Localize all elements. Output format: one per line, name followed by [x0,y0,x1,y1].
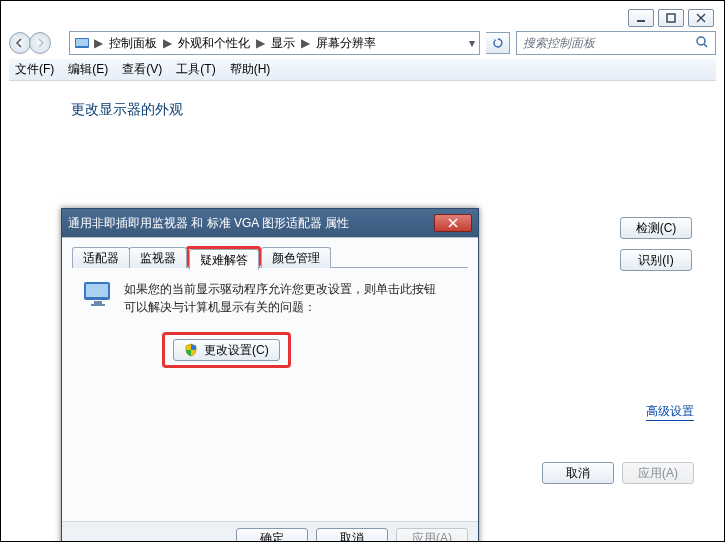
dialog-title: 通用非即插即用监视器 和 标准 VGA 图形适配器 属性 [68,215,434,232]
page-title: 更改显示器的外观 [71,101,183,119]
search-input[interactable]: 搜索控制面板 [516,31,716,55]
menu-help[interactable]: 帮助(H) [230,61,271,78]
search-placeholder: 搜索控制面板 [523,35,689,52]
dialog-ok-button[interactable]: 确定 [236,528,308,543]
display-actions: 检测(C) 识别(I) [618,217,694,271]
uac-shield-icon [184,343,198,357]
crumb-appearance[interactable]: 外观和个性化 [176,35,252,52]
crumb-resolution[interactable]: 屏幕分辨率 [314,35,378,52]
troubleshoot-text: 如果您的当前显示驱动程序允许您更改设置，则单击此按钮 可以解决与计算机显示有关的… [124,280,436,316]
crumb-control-panel[interactable]: 控制面板 [107,35,159,52]
tab-monitor[interactable]: 监视器 [129,247,187,268]
svg-rect-11 [86,284,108,297]
page-apply-button: 应用(A) [622,462,694,484]
chevron-right-icon: ▶ [256,36,265,50]
chevron-right-icon: ▶ [94,36,103,50]
highlight-troubleshoot-tab: 疑难解答 [186,246,261,267]
page-cancel-button[interactable]: 取消 [542,462,614,484]
troubleshoot-line2: 可以解决与计算机显示有关的问题： [124,300,316,314]
window: ▶ 控制面板 ▶ 外观和个性化 ▶ 显示 ▶ 屏幕分辨率 ▾ 搜索控制面板 文件… [0,0,725,542]
tab-troubleshoot[interactable]: 疑难解答 [189,249,259,270]
properties-dialog: 通用非即插即用监视器 和 标准 VGA 图形适配器 属性 适配器 监视器 疑难解… [61,208,479,542]
address-row: ▶ 控制面板 ▶ 外观和个性化 ▶ 显示 ▶ 屏幕分辨率 ▾ 搜索控制面板 [9,29,716,57]
content-area: 更改显示器的外观 检测(C) 识别(I) 高级设置 取消 应用(A) 通用非即插… [1,83,724,541]
nav-buttons [9,30,63,56]
search-icon [695,35,709,52]
forward-button[interactable] [29,32,51,54]
maximize-button[interactable] [658,9,684,27]
svg-line-7 [704,44,707,47]
identify-button[interactable]: 识别(I) [620,249,692,271]
advanced-settings-link[interactable]: 高级设置 [646,403,694,421]
chevron-right-icon: ▶ [163,36,172,50]
svg-rect-1 [667,14,675,22]
dialog-body: 适配器 监视器 疑难解答 颜色管理 如果您的当前显示驱动程序允许您更改设置，则单… [62,237,478,521]
dialog-apply-button: 应用(A) [396,528,468,543]
monitor-icon [82,280,114,308]
back-button[interactable] [9,32,31,54]
dialog-cancel-button[interactable]: 取消 [316,528,388,543]
dialog-titlebar[interactable]: 通用非即插即用监视器 和 标准 VGA 图形适配器 属性 [62,209,478,237]
menu-tools[interactable]: 工具(T) [176,61,215,78]
svg-rect-12 [94,301,102,304]
troubleshoot-line1: 如果您的当前显示驱动程序允许您更改设置，则单击此按钮 [124,282,436,296]
menu-file[interactable]: 文件(F) [15,61,54,78]
menu-view[interactable]: 查看(V) [122,61,162,78]
svg-rect-13 [91,304,105,306]
page-footer-buttons: 取消 应用(A) [542,462,694,484]
tab-adapter[interactable]: 适配器 [72,247,130,268]
svg-rect-5 [76,39,88,46]
refresh-button[interactable] [486,32,510,54]
menubar: 文件(F) 编辑(E) 查看(V) 工具(T) 帮助(H) [9,59,716,81]
change-settings-button[interactable]: 更改设置(C) [173,339,280,361]
tab-color-management[interactable]: 颜色管理 [261,247,331,268]
svg-point-6 [697,37,705,45]
window-title-buttons [628,9,714,27]
dialog-close-button[interactable] [434,214,472,232]
change-settings-label: 更改设置(C) [204,342,269,359]
dialog-tabs: 适配器 监视器 疑难解答 颜色管理 [72,246,468,268]
close-button[interactable] [688,9,714,27]
breadcrumb-bar[interactable]: ▶ 控制面板 ▶ 外观和个性化 ▶ 显示 ▶ 屏幕分辨率 ▾ [69,31,480,55]
crumb-display[interactable]: 显示 [269,35,297,52]
dropdown-icon[interactable]: ▾ [469,36,475,50]
menu-edit[interactable]: 编辑(E) [68,61,108,78]
highlight-change-settings: 更改设置(C) [162,332,291,368]
tab-panel-troubleshoot: 如果您的当前显示驱动程序允许您更改设置，则单击此按钮 可以解决与计算机显示有关的… [72,268,468,380]
chevron-right-icon: ▶ [301,36,310,50]
control-panel-icon [74,35,90,51]
dialog-footer: 确定 取消 应用(A) [62,521,478,542]
minimize-button[interactable] [628,9,654,27]
detect-button[interactable]: 检测(C) [620,217,692,239]
